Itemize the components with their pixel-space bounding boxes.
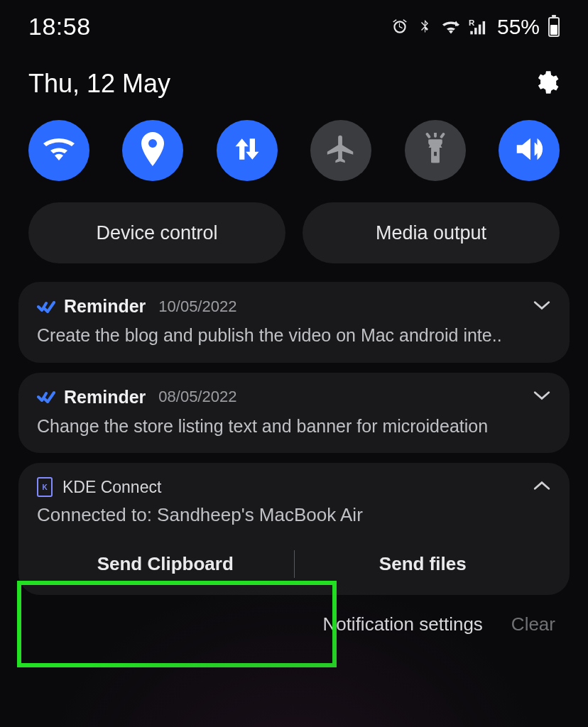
svg-rect-3 bbox=[479, 24, 481, 34]
control-panel-row: Device control Media output bbox=[0, 198, 588, 282]
notification-app-name: Reminder bbox=[64, 296, 146, 317]
chevron-up-icon[interactable] bbox=[533, 480, 551, 494]
qs-wifi-tile[interactable] bbox=[28, 120, 89, 181]
battery-icon bbox=[548, 17, 560, 37]
notification-app-name: KDE Connect bbox=[62, 478, 161, 497]
notification-timestamp: 10/05/2022 bbox=[158, 297, 236, 316]
device-control-button[interactable]: Device control bbox=[28, 202, 285, 263]
signal-icon: R bbox=[469, 18, 490, 36]
status-bar: 18:58 R 55% bbox=[0, 0, 588, 45]
qs-location-tile[interactable] bbox=[122, 120, 183, 181]
wifi-status-icon bbox=[440, 18, 462, 35]
chevron-down-icon[interactable] bbox=[533, 390, 551, 404]
svg-rect-1 bbox=[470, 31, 472, 34]
reminder-app-icon bbox=[37, 388, 55, 406]
battery-percent: 55% bbox=[497, 15, 540, 39]
date-row: Thu, 12 May bbox=[0, 45, 588, 106]
notification-body: Create the blog and publish the video on… bbox=[37, 324, 551, 347]
send-files-button[interactable]: Send files bbox=[295, 542, 552, 586]
media-output-button[interactable]: Media output bbox=[303, 202, 560, 263]
status-time: 18:58 bbox=[28, 13, 91, 40]
clear-button[interactable]: Clear bbox=[511, 613, 555, 635]
notification-card[interactable]: Reminder 08/05/2022 Change the store lis… bbox=[18, 373, 570, 454]
svg-rect-2 bbox=[474, 28, 477, 34]
settings-gear-icon[interactable] bbox=[533, 69, 560, 99]
alarm-icon bbox=[391, 18, 409, 36]
qs-flashlight-tile[interactable] bbox=[405, 120, 466, 181]
date-text: Thu, 12 May bbox=[28, 69, 170, 99]
kde-notification-card[interactable]: K KDE Connect Connected to: Sandheep's M… bbox=[18, 463, 570, 595]
quick-settings-row bbox=[0, 106, 588, 198]
notification-body: Change the store listing text and banner… bbox=[37, 415, 551, 438]
notification-card[interactable]: Reminder 10/05/2022 Create the blog and … bbox=[18, 282, 570, 363]
reminder-app-icon bbox=[37, 297, 55, 316]
data-arrows-icon bbox=[232, 133, 263, 168]
kde-action-row: Send Clipboard Send files bbox=[37, 542, 551, 586]
status-icons: R 55% bbox=[391, 15, 560, 39]
svg-rect-5 bbox=[428, 140, 442, 144]
speaker-icon bbox=[513, 133, 545, 168]
notification-app-name: Reminder bbox=[64, 387, 146, 408]
qs-sound-tile[interactable] bbox=[499, 120, 560, 181]
notification-list: Reminder 10/05/2022 Create the blog and … bbox=[0, 282, 588, 595]
flashlight-icon bbox=[421, 133, 450, 168]
notification-footer: Notification settings Clear bbox=[0, 595, 588, 635]
svg-rect-7 bbox=[434, 152, 437, 156]
send-clipboard-button[interactable]: Send Clipboard bbox=[37, 542, 294, 586]
kde-connected-text: Connected to: Sandheep's MacBook Air bbox=[37, 504, 551, 526]
notification-timestamp: 08/05/2022 bbox=[158, 388, 236, 406]
airplane-icon bbox=[325, 133, 357, 168]
wifi-icon bbox=[42, 135, 76, 166]
qs-mobiledata-tile[interactable] bbox=[217, 120, 278, 181]
svg-rect-4 bbox=[483, 21, 485, 33]
location-icon bbox=[138, 132, 167, 169]
qs-airplane-tile[interactable] bbox=[310, 120, 371, 181]
kde-connect-icon: K bbox=[37, 477, 53, 497]
chevron-down-icon[interactable] bbox=[533, 300, 551, 314]
notification-settings-link[interactable]: Notification settings bbox=[322, 613, 482, 635]
bluetooth-icon bbox=[416, 18, 433, 36]
svg-text:R: R bbox=[469, 18, 475, 26]
